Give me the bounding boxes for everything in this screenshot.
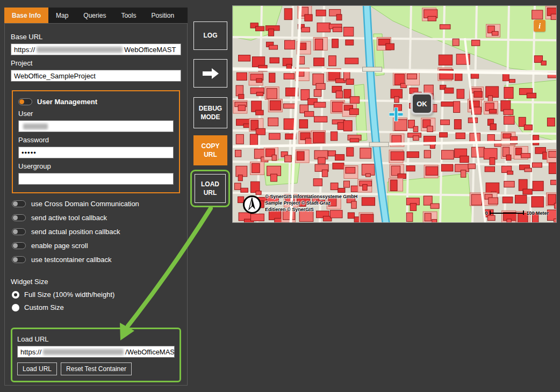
load-url-highlight: LOAD URL: [190, 170, 230, 207]
usergroup-label: Usergroup: [18, 162, 174, 170]
base-url-label: Base URL: [11, 33, 181, 41]
load-url-action-button[interactable]: LOAD URL: [195, 174, 226, 203]
toggle-row-page-scroll: enable page scroll: [12, 242, 180, 250]
page-scroll-toggle[interactable]: [12, 242, 26, 249]
load-url-label: Load URL: [17, 335, 175, 343]
base-url-suffix: WebOfficeMAST: [124, 46, 176, 54]
toggle-label: send active tool callback: [31, 214, 107, 222]
map-viewport[interactable]: i OK © SynerGIS Informationssysteme GmbH…: [232, 5, 557, 223]
debug-mode-button[interactable]: DEBUG MODE: [193, 97, 227, 128]
toggle-row-cross-domain: use Cross Domain Communication: [12, 200, 180, 208]
arrow-right-icon: [200, 66, 221, 81]
base-url-prefix: https://: [14, 46, 35, 54]
attribution-line: Editieren © SynerGIS: [265, 206, 357, 213]
load-url-input[interactable]: https:// /WebOfficeMAST: [17, 346, 175, 358]
tab-position[interactable]: Position: [143, 8, 182, 23]
copy-url-button[interactable]: COPY URL: [193, 135, 227, 165]
custom-size-radio[interactable]: [12, 304, 19, 311]
redacted-text: [23, 124, 48, 129]
user-management-title: User Management: [37, 98, 97, 106]
testcontainer-toggle[interactable]: [12, 256, 26, 263]
user-label: User: [18, 110, 174, 118]
attribution-line: Sample Project © Stadt Graz: [265, 200, 357, 206]
active-tool-toggle[interactable]: [12, 214, 26, 221]
radio-label: Full Size (100% width/height): [24, 291, 114, 299]
toggle-knob: [13, 215, 18, 220]
radio-label: Custom Size: [24, 303, 64, 311]
tab-map[interactable]: Map: [48, 8, 76, 23]
toggle-label: use Cross Domain Communication: [31, 200, 139, 208]
tab-tools[interactable]: Tools: [113, 8, 143, 23]
ok-button[interactable]: OK: [411, 93, 433, 114]
cross-domain-toggle[interactable]: [12, 200, 26, 207]
map-scalebar: 0 100 Meter: [485, 210, 549, 216]
info-icon[interactable]: i: [534, 20, 545, 32]
user-input[interactable]: [18, 120, 174, 132]
project-label: Project: [11, 59, 181, 67]
redacted-text: [37, 47, 123, 53]
base-url-input[interactable]: https:// WebOfficeMAST: [11, 43, 181, 55]
password-label: Password: [18, 136, 174, 144]
toggle-row-active-tool: send active tool callback: [12, 214, 180, 222]
load-url-prefix: https://: [20, 348, 41, 356]
toggle-knob: [19, 99, 24, 104]
reset-test-container-button[interactable]: Reset Test Container: [61, 362, 132, 375]
scale-bar: [490, 213, 524, 214]
toggle-label: send actual position callback: [31, 228, 120, 236]
redacted-text: [43, 349, 124, 355]
full-size-radio[interactable]: [12, 291, 19, 299]
load-url-button[interactable]: Load URL: [17, 362, 57, 375]
attribution-line: © SynerGIS Informationssysteme GmbH: [265, 193, 357, 200]
scale-label: 100 Meter: [526, 210, 549, 216]
tab-bar: Base Info Map Queries Tools Position: [4, 8, 188, 23]
toggle-row-actual-position: send actual position callback: [12, 228, 180, 236]
radio-row-custom-size: Custom Size: [12, 303, 180, 311]
toggle-knob: [13, 257, 18, 262]
user-management-group: User Management User Password Usergroup: [12, 90, 180, 193]
north-arrow-icon: [242, 195, 262, 214]
password-input[interactable]: [18, 147, 174, 158]
toggle-row-testcontainer: use testcontainer callback: [12, 256, 180, 264]
toggle-label: enable page scroll: [31, 242, 88, 250]
user-management-toggle[interactable]: [18, 98, 32, 105]
usergroup-input[interactable]: [18, 173, 174, 185]
scale-zero: 0: [485, 210, 487, 216]
load-url-suffix: /WebOfficeMAST: [125, 348, 175, 356]
widget-size-title: Widget Size: [11, 278, 181, 286]
map-crosshair-icon: [389, 107, 403, 121]
toggle-knob: [13, 243, 18, 248]
radio-row-full-size: Full Size (100% width/height): [12, 291, 180, 299]
toggle-label: use testcontainer callback: [31, 256, 112, 264]
project-input[interactable]: [11, 70, 181, 82]
actual-position-toggle[interactable]: [12, 228, 26, 235]
toggle-knob: [13, 229, 18, 234]
log-button[interactable]: LOG: [193, 21, 227, 50]
tab-base-info[interactable]: Base Info: [4, 8, 48, 23]
load-url-group: Load URL https:// /WebOfficeMAST Load UR…: [11, 328, 181, 382]
send-button[interactable]: [193, 59, 227, 88]
toggle-knob: [13, 201, 18, 206]
map-attribution: © SynerGIS Informationssysteme GmbH Samp…: [265, 193, 357, 213]
base-info-panel: Base URL https:// WebOfficeMAST Project …: [4, 23, 188, 386]
tab-queries[interactable]: Queries: [76, 8, 113, 23]
